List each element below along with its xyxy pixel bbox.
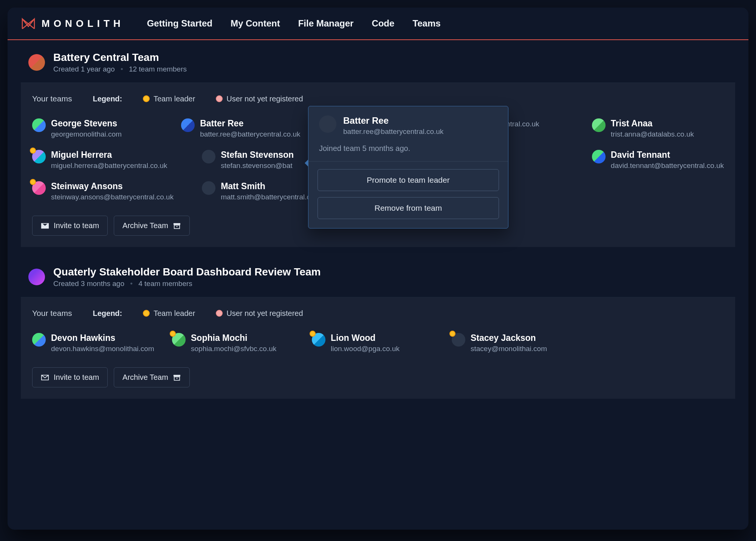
team-leader-badge-icon <box>30 179 36 185</box>
member-email: trist.anna@datalabs.co.uk <box>611 130 694 138</box>
archive-team-button[interactable]: Archive Team <box>114 216 190 236</box>
team-created: Created 3 months ago <box>53 280 124 288</box>
member-email: stacey@monolithai.com <box>471 345 547 353</box>
team-member-count: 12 team members <box>129 65 187 73</box>
nav-my-content[interactable]: My Content <box>231 18 280 29</box>
avatar-icon <box>319 115 336 133</box>
invite-label: Invite to team <box>54 373 99 382</box>
avatar-icon <box>32 118 46 132</box>
member-name: David Tennant <box>611 150 724 160</box>
svg-rect-1 <box>174 225 180 229</box>
member-name: Stacey Jackson <box>471 333 547 343</box>
remove-from-team-button[interactable]: Remove from team <box>318 197 499 219</box>
member-item[interactable]: Batter Ree batter.ree@batterycentral.co.… <box>181 118 324 138</box>
member-email: miguel.herrera@batterycentral.co.uk <box>51 162 167 170</box>
nav-teams[interactable]: Teams <box>412 18 440 29</box>
member-item[interactable]: Lion Wood lion.wood@pga.co.uk <box>312 333 444 353</box>
member-email: batter.ree@batterycentral.co.uk <box>200 130 300 138</box>
member-name: Sophia Mochi <box>191 333 276 343</box>
app-window: MONOLITH Getting Started My Content File… <box>8 8 748 530</box>
member-item[interactable]: Devon Hawkins devon.hawkins@monolithai.c… <box>32 333 164 353</box>
member-name: George Stevens <box>51 118 122 129</box>
member-popover: Batter Ree batter.ree@batterycentral.co.… <box>308 106 508 229</box>
avatar-icon <box>181 118 195 132</box>
member-email: georgemonolithai.com <box>51 130 122 138</box>
team-subtitle: Created 3 months ago • 4 team members <box>53 280 321 288</box>
team-leader-badge-icon <box>30 148 36 154</box>
panel-header: Your teams Legend: Team leader User not … <box>32 94 724 103</box>
popover-member-email: batter.ree@batterycentral.co.uk <box>343 127 443 136</box>
member-email: stefan.stevenson@bat <box>221 162 294 170</box>
legend-pending-user: User not yet registered <box>216 309 303 318</box>
team-leader-badge-icon <box>143 95 150 102</box>
panel-header: Your teams Legend: Team leader User not … <box>32 309 724 318</box>
invite-to-team-button[interactable]: Invite to team <box>32 216 108 236</box>
members-grid: Devon Hawkins devon.hawkins@monolithai.c… <box>32 333 724 353</box>
team-leader-badge-icon <box>170 331 176 337</box>
team-panel: Your teams Legend: Team leader User not … <box>21 297 735 399</box>
promote-to-leader-button[interactable]: Promote to team leader <box>318 169 499 191</box>
svg-rect-3 <box>174 377 180 380</box>
member-item[interactable]: David Tennant david.tennant@batterycentr… <box>592 150 724 170</box>
member-email: devon.hawkins@monolithai.com <box>51 345 154 353</box>
legend-leader-text: Team leader <box>153 309 195 318</box>
archive-icon <box>173 222 181 229</box>
team-name: Battery Central Team <box>53 51 187 64</box>
member-name: Steinway Ansons <box>51 181 174 191</box>
popover-member-name: Batter Ree <box>343 115 443 126</box>
team-section-quarterly: Quaterly Stakeholder Board Dashboard Rev… <box>8 255 748 399</box>
team-leader-badge-icon <box>449 331 455 337</box>
popover-header: Batter Ree batter.ree@batterycentral.co.… <box>308 106 508 141</box>
team-actions: Invite to team Archive Team <box>32 367 724 387</box>
avatar-icon <box>202 181 215 195</box>
svg-rect-0 <box>174 223 180 225</box>
member-item[interactable]: Miguel Herrera miguel.herrera@batterycen… <box>32 150 174 170</box>
team-subtitle: Created 1 year ago • 12 team members <box>53 65 187 73</box>
main-nav: Getting Started My Content File Manager … <box>147 18 441 29</box>
team-header: Quaterly Stakeholder Board Dashboard Rev… <box>8 255 748 297</box>
popover-actions: Promote to team leader Remove from team <box>308 162 508 228</box>
top-navbar: MONOLITH Getting Started My Content File… <box>8 8 748 40</box>
member-name: Stefan Stevenson <box>221 150 294 160</box>
member-item[interactable]: Stacey Jackson stacey@monolithai.com <box>452 333 584 353</box>
legend-leader-text: Team leader <box>153 95 195 103</box>
archive-label: Archive Team <box>122 373 168 382</box>
member-name: Batter Ree <box>200 118 300 129</box>
separator-dot: • <box>121 65 123 73</box>
member-email: david.tennant@batterycentral.co.uk <box>611 162 724 170</box>
member-item[interactable]: George Stevens georgemonolithai.com <box>32 118 174 138</box>
avatar-icon <box>202 150 215 163</box>
pending-badge-icon <box>216 95 223 102</box>
avatar-icon <box>592 150 606 163</box>
nav-getting-started[interactable]: Getting Started <box>147 18 212 29</box>
invite-to-team-button[interactable]: Invite to team <box>32 367 108 387</box>
avatar-icon <box>592 118 606 132</box>
archive-icon <box>173 374 181 381</box>
legend-team-leader: Team leader <box>143 309 195 318</box>
member-name: Devon Hawkins <box>51 333 154 343</box>
member-item[interactable]: Trist Anaa trist.anna@datalabs.co.uk <box>592 118 724 138</box>
svg-rect-2 <box>174 375 180 376</box>
invite-label: Invite to team <box>54 221 99 230</box>
archive-team-button[interactable]: Archive Team <box>114 367 190 387</box>
legend-team-leader: Team leader <box>143 95 195 103</box>
brand-logo[interactable]: MONOLITH <box>21 16 124 31</box>
mail-icon <box>41 374 49 381</box>
legend-pending-text: User not yet registered <box>226 309 303 318</box>
member-item[interactable]: Steinway Ansons steinway.ansons@batteryc… <box>32 181 174 201</box>
brand-name: MONOLITH <box>42 18 124 30</box>
legend-label: Legend: <box>93 95 122 103</box>
separator-dot: • <box>130 280 133 288</box>
nav-code[interactable]: Code <box>372 18 394 29</box>
member-item[interactable]: Sophia Mochi sophia.mochi@sfvbc.co.uk <box>172 333 304 353</box>
member-item[interactable]: Matt Smith matt.smith@batterycentral.co.… <box>202 181 324 201</box>
panel-title: Your teams <box>32 309 72 318</box>
team-avatar-icon <box>28 269 45 285</box>
legend-pending-user: User not yet registered <box>216 95 303 103</box>
mail-icon <box>41 222 49 229</box>
nav-file-manager[interactable]: File Manager <box>298 18 354 29</box>
member-email: lion.wood@pga.co.uk <box>331 345 400 353</box>
pending-badge-icon <box>216 310 223 317</box>
team-header: Battery Central Team Created 1 year ago … <box>8 40 748 82</box>
member-name: Miguel Herrera <box>51 150 167 160</box>
